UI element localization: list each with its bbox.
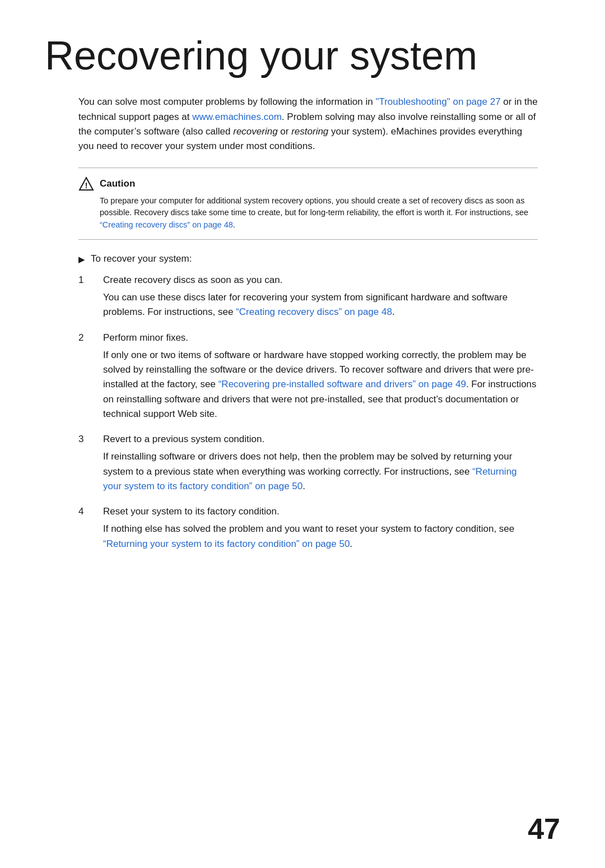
item-content: Perform minor fixes. If only one or two … [103,332,538,422]
item-title: Perform minor fixes. [103,332,538,344]
item-body-end: . [302,481,305,491]
item-number: 4 [78,506,92,517]
item-body-text: If nothing else has solved the problem a… [103,523,514,534]
item-link[interactable]: “Returning your system to its factory co… [103,539,350,549]
item-content: Reset your system to its factory conditi… [103,506,538,551]
item-title: Revert to a previous system condition. [103,434,538,445]
item-body: If only one or two items of software or … [103,348,538,422]
item-body-end: . [350,539,352,549]
item-number: 1 [78,275,92,286]
emachines-link[interactable]: www.emachines.com [192,112,282,122]
svg-text:!: ! [85,181,88,190]
item-title: Reset your system to its factory conditi… [103,506,538,517]
item-number: 2 [78,332,92,344]
caution-body-end: . [233,220,235,229]
item-body-end: . [392,307,395,317]
troubleshooting-link[interactable]: "Troubleshooting" on page 27 [375,96,500,107]
item-content: Create recovery discs as soon as you can… [103,275,538,320]
item-link[interactable]: “Recovering pre-installed software and d… [218,379,466,389]
caution-icon: ! [78,176,94,192]
caution-body-text: To prepare your computer for additional … [100,196,528,217]
intro-text-1: You can solve most computer problems by … [78,96,375,107]
item-body: If nothing else has solved the problem a… [103,522,538,551]
section-header-text: To recover your system: [91,253,192,264]
caution-title: Caution [100,178,135,189]
page-number: 47 [528,812,560,846]
caution-box: ! Caution To prepare your computer for a… [78,168,538,240]
caution-body: To prepare your computer for additional … [100,195,538,231]
list-item: 4 Reset your system to its factory condi… [78,506,538,551]
list-item: 1 Create recovery discs as soon as you c… [78,275,538,320]
section-header: ▶ To recover your system: [78,253,538,264]
list-item: 3 Revert to a previous system condition.… [78,434,538,494]
intro-paragraph: You can solve most computer problems by … [78,95,538,154]
restoring-italic: restoring [291,126,328,137]
item-link[interactable]: “Creating recovery discs” on page 48 [236,307,392,317]
triangle-icon: ▶ [78,254,85,264]
page-title: Recovering your system [45,34,560,78]
caution-link[interactable]: “Creating recovery discs” on page 48 [100,220,233,229]
item-body: If reinstalling software or drivers does… [103,449,538,494]
item-body: You can use these discs later for recove… [103,290,538,320]
recovering-italic: recovering [233,126,277,137]
numbered-list: 1 Create recovery discs as soon as you c… [78,275,538,551]
item-body-text: If reinstalling software or drivers does… [103,451,512,476]
item-title: Create recovery discs as soon as you can… [103,275,538,286]
item-number: 3 [78,434,92,445]
intro-text-1d: or [278,126,292,137]
caution-header: ! Caution [78,176,538,192]
list-item: 2 Perform minor fixes. If only one or tw… [78,332,538,422]
item-content: Revert to a previous system condition. I… [103,434,538,494]
page: Recovering your system You can solve mos… [0,0,605,868]
